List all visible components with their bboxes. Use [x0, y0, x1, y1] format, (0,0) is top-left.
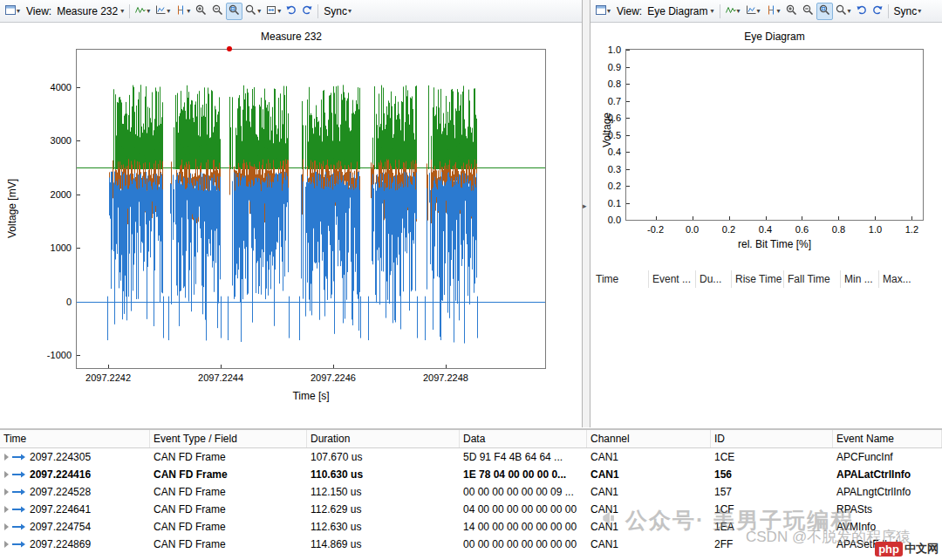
chevron-down-icon: ▾ — [757, 7, 761, 15]
redo-button[interactable] — [870, 3, 885, 20]
cell-data: 1E 78 04 00 00 00 0... — [460, 468, 587, 481]
cell-event-type: CAN FD Frame — [150, 486, 307, 498]
expand-chevron-icon[interactable] — [3, 453, 10, 461]
measure-plot-canvas[interactable] — [77, 50, 545, 368]
axes-setup-button[interactable]: ▾ — [743, 3, 763, 20]
result-column-min[interactable]: Min ... — [840, 270, 878, 288]
redo-button[interactable] — [299, 3, 315, 20]
cell-event-type: CAN FD Frame — [150, 503, 307, 516]
eye-plot-area[interactable] — [625, 49, 924, 221]
table-row[interactable]: 2097.224754 CAN FD Frame 112.630 us 14 0… — [0, 518, 942, 536]
column-header-time[interactable]: Time — [0, 430, 150, 447]
view-value: Eye Diagram — [647, 5, 707, 17]
cell-channel: CAN1 — [587, 521, 711, 533]
zoom-menu-button[interactable]: ▾ — [242, 3, 263, 20]
cell-id: 1CF — [711, 503, 833, 516]
result-column-rise-time[interactable]: Rise Time — [731, 270, 783, 288]
undo-icon — [286, 4, 297, 17]
chevron-down-icon: ▾ — [348, 7, 352, 15]
result-column-fall-time[interactable]: Fall Time — [783, 270, 840, 288]
php-logo-badge: php — [875, 542, 903, 557]
expand-chevron-icon[interactable] — [3, 488, 10, 496]
expand-chevron-icon[interactable] — [3, 540, 10, 549]
cell-channel: CAN1 — [587, 451, 711, 463]
column-header-duration[interactable]: Duration — [307, 430, 460, 447]
window-layout-button[interactable]: ▾ — [593, 3, 613, 20]
cell-data: 04 00 00 00 00 00 00 00 — [460, 503, 587, 516]
result-column-time[interactable]: Time — [592, 270, 648, 288]
cursor-button[interactable]: ▾ — [173, 3, 193, 20]
panel-splitter[interactable]: ▸ — [583, 0, 590, 427]
expand-chevron-icon[interactable] — [3, 522, 10, 531]
zoom-out-button[interactable] — [800, 3, 816, 20]
zoom-in-button[interactable] — [783, 3, 800, 20]
y-tick-label: 4000 — [0, 82, 72, 92]
expand-chevron-icon[interactable] — [3, 470, 10, 479]
column-header-event-name[interactable]: Event Name — [833, 430, 942, 447]
php-site-logo: php 中文网 — [875, 541, 939, 557]
chevron-down-icon: ▾ — [711, 7, 714, 15]
cell-duration: 112.629 us — [307, 503, 460, 516]
undo-button[interactable] — [283, 3, 299, 20]
zoom-menu-icon — [836, 4, 847, 17]
x-tick-label: -0.2 — [621, 224, 691, 235]
table-row[interactable]: 2097.224305 CAN FD Frame 107.670 us 5D 9… — [0, 448, 942, 466]
column-header-id[interactable]: ID — [711, 430, 833, 447]
x-tick-label: 0.0 — [658, 224, 727, 235]
result-column-duration[interactable]: Du... — [695, 270, 731, 288]
cell-duration: 112.630 us — [307, 521, 460, 533]
y-tick-label: 3000 — [0, 135, 72, 146]
cell-time: 2097.224416 — [0, 468, 150, 481]
view-label: View: — [617, 5, 642, 17]
can-frame-icon — [11, 488, 26, 496]
axes-setup-button[interactable]: ▾ — [153, 3, 173, 20]
toolbar-separator — [888, 4, 889, 18]
eye-toolbar: ▾ View: Eye Diagram ▾ ▾ ▾ ▾ ▾ Sync ▾ — [590, 0, 942, 23]
x-tick-label: 1.0 — [840, 224, 910, 235]
cursor-button[interactable]: ▾ — [763, 3, 783, 20]
undo-button[interactable] — [854, 3, 870, 20]
window-layout-button[interactable]: ▾ — [3, 3, 23, 20]
measure-plot-area[interactable] — [76, 49, 546, 369]
splitter-arrow-icon[interactable]: ▸ — [583, 202, 587, 210]
can-frame-icon — [11, 522, 26, 531]
expand-chevron-icon[interactable] — [3, 505, 10, 514]
cell-event-name: APALatCtrlInfo — [833, 468, 942, 481]
cell-id: 1CE — [711, 451, 833, 463]
fit-view-button[interactable]: ▾ — [263, 3, 283, 20]
signal-select-button[interactable]: ▾ — [133, 3, 153, 20]
axes-icon — [155, 5, 166, 17]
cell-id: 157 — [711, 486, 833, 498]
axes-icon — [746, 5, 756, 17]
cell-id: 2FF — [711, 538, 833, 550]
table-row[interactable]: 2097.224869 CAN FD Frame 114.869 us 00 0… — [0, 536, 942, 553]
result-column-event[interactable]: Event ... — [648, 270, 695, 288]
result-column-max[interactable]: Max... — [878, 270, 920, 288]
zoom-box-button[interactable] — [816, 3, 833, 20]
zoom-menu-icon — [245, 4, 256, 17]
column-header-event-type[interactable]: Event Type / Field — [150, 430, 307, 447]
table-row[interactable]: 2097.224528 CAN FD Frame 112.150 us 00 0… — [0, 483, 942, 501]
sync-button[interactable]: Sync ▾ — [321, 3, 354, 20]
sync-button[interactable]: Sync ▾ — [891, 3, 925, 20]
signal-select-button[interactable]: ▾ — [723, 3, 743, 20]
cell-event-type: CAN FD Frame — [150, 538, 307, 550]
column-header-data[interactable]: Data — [460, 430, 587, 447]
column-header-channel[interactable]: Channel — [587, 430, 711, 447]
measure-panel: ▾ View: Measure 232 ▾ ▾ ▾ ▾ ▾ ▾ Sync ▾ M… — [0, 0, 583, 427]
toolbar-separator — [129, 4, 130, 18]
can-frame-icon — [11, 470, 26, 479]
zoom-menu-button[interactable]: ▾ — [833, 3, 854, 20]
eye-plot-canvas[interactable] — [626, 50, 923, 220]
cell-event-name: AVMInfo — [833, 521, 942, 533]
zoom-out-button[interactable] — [209, 3, 226, 20]
table-row[interactable]: 2097.224416 CAN FD Frame 110.630 us 1E 7… — [0, 466, 942, 483]
view-selector[interactable]: Eye Diagram ▾ — [645, 3, 716, 20]
x-tick-label: 0.2 — [694, 224, 764, 235]
zoom-box-button[interactable] — [226, 3, 242, 20]
y-tick-label: 0 — [0, 297, 72, 307]
view-selector[interactable]: Measure 232 ▾ — [54, 3, 126, 20]
window-icon — [5, 5, 16, 17]
table-row[interactable]: 2097.224641 CAN FD Frame 112.629 us 04 0… — [0, 501, 942, 518]
zoom-in-button[interactable] — [193, 3, 209, 20]
